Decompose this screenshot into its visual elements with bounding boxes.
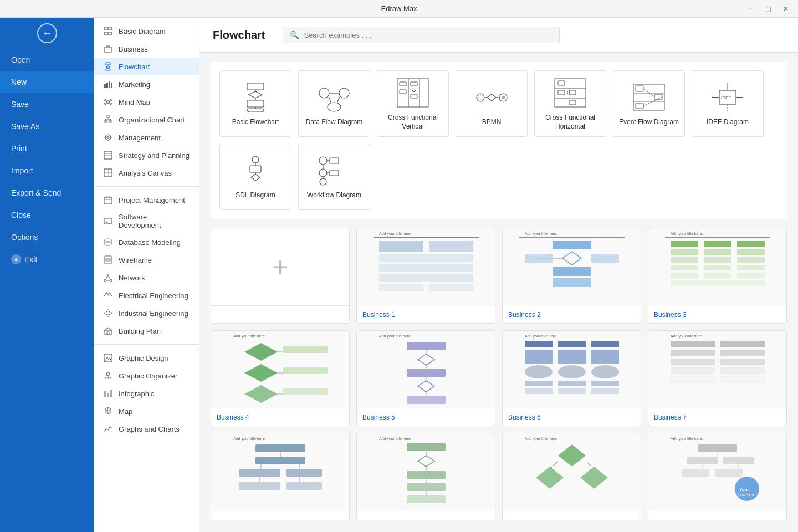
diagram-type-workflow[interactable]: Workflow Diagram xyxy=(298,144,370,210)
bpmn-icon xyxy=(475,80,508,114)
business7-thumb: Add your title here. xyxy=(648,331,786,408)
svg-rect-11 xyxy=(106,83,108,88)
sidebar-item-save-as[interactable]: Save As xyxy=(0,115,94,137)
diagram-type-basic-flowchart[interactable]: Basic Flowchart xyxy=(219,70,291,137)
template-card-business10[interactable]: Add your title here. xyxy=(502,433,641,520)
business4-info: Business 4 xyxy=(211,408,349,426)
minimize-button[interactable]: − xyxy=(743,3,758,14)
svg-rect-252 xyxy=(407,443,446,451)
sidebar-item-exit[interactable]: ● Exit xyxy=(0,248,94,270)
category-item-marketing[interactable]: Marketing xyxy=(94,75,199,93)
svg-rect-182 xyxy=(671,273,698,278)
content-body: Basic Flowchart xyxy=(200,53,798,532)
diagram-type-bpmn[interactable]: BPMN xyxy=(456,70,528,137)
category-item-graphic-organizer[interactable]: Graphic Organizer xyxy=(94,367,199,385)
category-item-infographic[interactable]: Infographic xyxy=(94,385,199,402)
svg-rect-191 xyxy=(283,346,328,353)
diagram-type-data-flow[interactable]: Data Flow Diagram xyxy=(298,70,370,137)
category-label-network: Network xyxy=(119,274,145,282)
search-icon: 🔍 xyxy=(290,30,299,39)
diagram-type-cross-functional-v[interactable]: Cross Functional Vertical xyxy=(377,70,449,137)
category-item-database[interactable]: Database Modeling xyxy=(94,233,199,251)
svg-rect-173 xyxy=(671,249,698,255)
svg-rect-83 xyxy=(247,109,264,112)
template-card-business11[interactable]: Add your title here. Your xyxy=(648,433,787,520)
graphic-design-icon xyxy=(103,353,113,363)
category-item-project[interactable]: Project Management xyxy=(94,191,199,209)
category-item-map[interactable]: Map xyxy=(94,402,199,420)
svg-rect-162 xyxy=(553,267,591,276)
diagram-type-cross-functional-h[interactable]: Cross Functional Horizontal xyxy=(534,70,606,137)
category-item-network[interactable]: Network xyxy=(94,269,199,287)
svg-marker-81 xyxy=(249,91,262,98)
sidebar-item-save[interactable]: Save xyxy=(0,93,94,115)
category-item-orgchart[interactable]: Organizational Chart xyxy=(94,111,199,129)
close-button[interactable]: ✕ xyxy=(778,3,794,14)
diagram-type-sdl[interactable]: SDL Diagram xyxy=(219,144,291,210)
category-item-analysis[interactable]: Analysis Canvas xyxy=(94,164,199,182)
template-card-business7[interactable]: Add your title here. xyxy=(648,330,787,426)
svg-point-54 xyxy=(104,279,106,282)
business2-title: Business 2 xyxy=(508,311,541,319)
sidebar-item-close[interactable]: Close xyxy=(0,204,94,226)
project-icon xyxy=(103,195,113,205)
template-card-new[interactable]: + xyxy=(211,228,350,324)
search-input[interactable] xyxy=(304,31,553,39)
category-label-industrial: Industrial Engineering xyxy=(119,309,188,318)
template-card-business8[interactable]: Add your title here. xyxy=(211,433,350,520)
template-card-business4[interactable]: Add your title here. xyxy=(211,330,350,426)
template-card-business1[interactable]: Add your title here. xyxy=(356,228,495,324)
sidebar-item-open[interactable]: Open xyxy=(0,49,94,71)
category-item-graphs[interactable]: Graphs and Charts xyxy=(94,420,199,438)
category-item-software[interactable]: Software Development xyxy=(94,209,199,233)
business4-thumb: Add your title here. xyxy=(211,331,349,408)
svg-rect-222 xyxy=(525,388,553,394)
category-item-strategy[interactable]: Strategy and Planning xyxy=(94,146,199,164)
category-item-electrical[interactable]: Electrical Engineering xyxy=(94,287,199,304)
category-item-flowchart[interactable]: Flowchart xyxy=(94,58,199,75)
template-card-business3[interactable]: Add your title here. xyxy=(648,228,787,324)
diagram-type-event-flow[interactable]: Event Flow Diagram xyxy=(613,70,685,137)
category-item-mindmap[interactable]: Mind Map xyxy=(94,93,199,111)
sidebar-item-new[interactable]: New xyxy=(0,71,94,93)
svg-rect-76 xyxy=(107,393,109,397)
sidebar-item-options[interactable]: Options xyxy=(0,226,94,248)
svg-rect-230 xyxy=(720,350,765,356)
svg-rect-154 xyxy=(379,274,473,282)
basic-diagram-icon xyxy=(103,26,113,36)
svg-rect-248 xyxy=(239,482,280,490)
template-card-business5[interactable]: Add your title here. xyxy=(356,330,495,426)
template-card-business9[interactable]: Add your title here. xyxy=(356,433,495,520)
category-item-basic[interactable]: Basic Diagram xyxy=(94,22,199,40)
category-item-industrial[interactable]: Industrial Engineering xyxy=(94,304,199,322)
template-card-business6[interactable]: Add your title here. xyxy=(502,330,641,426)
svg-rect-75 xyxy=(104,391,106,397)
restore-button[interactable]: ▢ xyxy=(760,3,776,14)
svg-text:IDEF: IDEF xyxy=(721,95,731,100)
business3-thumb: Add your title here. xyxy=(648,228,786,306)
svg-point-142 xyxy=(320,178,326,185)
category-item-business[interactable]: Business xyxy=(94,40,199,58)
category-sidebar: Basic Diagram Business Flowchart Marketi… xyxy=(94,18,200,532)
svg-rect-241 xyxy=(255,457,305,464)
diagram-type-idef[interactable]: IDEF IDEF Diagram xyxy=(692,70,764,137)
svg-rect-221 xyxy=(591,381,619,386)
back-button[interactable]: ← xyxy=(0,18,94,49)
sidebar-item-import[interactable]: Import xyxy=(0,160,94,182)
templates-grid: + Add your title here. xyxy=(211,228,787,520)
category-label-analysis: Analysis Canvas xyxy=(119,169,172,177)
category-item-wireframe[interactable]: Wireframe xyxy=(94,251,199,269)
svg-rect-220 xyxy=(558,381,586,386)
business2-info: Business 2 xyxy=(503,306,641,323)
category-label-map: Map xyxy=(119,407,132,416)
svg-point-107 xyxy=(479,96,482,99)
business5-title: Business 5 xyxy=(362,413,395,421)
sidebar-item-print[interactable]: Print xyxy=(0,137,94,160)
template-card-business2[interactable]: Add your title here. xyxy=(502,228,641,324)
category-item-building[interactable]: Building Plan xyxy=(94,322,199,340)
svg-rect-7 xyxy=(106,69,110,70)
category-item-graphic-design[interactable]: Graphic Design xyxy=(94,349,199,367)
sidebar-item-export[interactable]: Export & Send xyxy=(0,182,94,204)
svg-rect-231 xyxy=(671,359,715,365)
category-item-management[interactable]: Management xyxy=(94,129,199,146)
